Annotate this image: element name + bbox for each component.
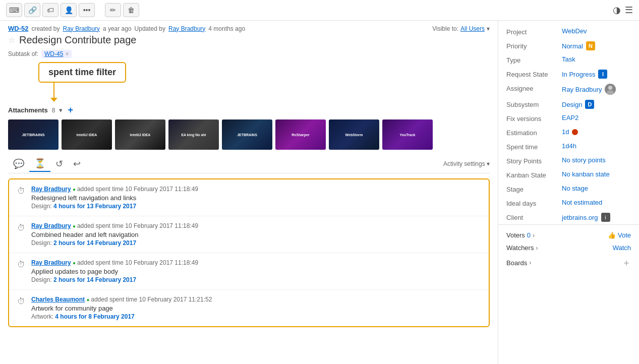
stage-link[interactable]: No stage [562,185,588,192]
sidebar-label-ideal-days: Ideal days [506,199,562,207]
activity-user-2[interactable]: Ray Bradbury [31,222,71,229]
thumbnail-3[interactable]: IntelliJ IDEA [115,119,165,150]
sidebar-value-request-state: In Progress I [562,70,631,79]
sidebar-row-assignee[interactable]: Assignee Ray Bradbury [498,81,639,97]
thumbnail-4[interactable]: EA king No ahi [168,119,219,150]
activity-hours-1: 4 hours for 13 February 2017 [53,203,136,210]
sidebar-row-kanban-state[interactable]: Kanban State No kanban state [498,168,639,182]
toolbar-right: ◑ ☰ [613,5,633,16]
sidebar-label-kanban-state: Kanban State [506,170,562,179]
menu-button[interactable]: ☰ [625,5,633,16]
activity-item: ⏱ Ray Bradbury ● added spent time 10 Feb… [9,253,489,290]
voters-left[interactable]: Voters 0 › [506,231,604,239]
activity-dot-3: ● [73,260,77,266]
tab-comment[interactable]: 💬 [8,156,29,171]
watchers-left[interactable]: Watchers › [506,244,609,252]
activity-user-3[interactable]: Ray Bradbury [31,259,71,266]
visibility-value[interactable]: All Users [460,25,485,32]
sidebar-row-client[interactable]: Client jetbrains.org i [498,210,639,224]
main-layout: WD-52 created by Ray Bradbury a year ago… [0,21,639,364]
updated-by[interactable]: Ray Bradbury [168,25,205,32]
callout-container: spent time filter [8,62,490,85]
sidebar-row-story-points[interactable]: Story Points No story points [498,154,639,168]
sidebar-row-fix-versions[interactable]: Fix versions EAP2 [498,111,639,126]
more-button[interactable]: ••• [79,3,95,17]
sidebar-value-stage: No stage [562,185,631,192]
link-button[interactable]: 🔗 [24,3,40,17]
thumbnail-5[interactable]: JETBRAINS [222,119,272,150]
priority-link[interactable]: Normal [562,42,583,50]
delete-icon: 🗑 [128,6,135,14]
client-link[interactable]: jetbrains.org [562,214,598,221]
assignee-link[interactable]: Ray Bradbury [562,86,602,93]
activity-item: ⏱ Ray Bradbury ● added spent time 10 Feb… [9,179,489,216]
sidebar-row-spent-time[interactable]: Spent time 1d4h [498,140,639,154]
client-info-icon: i [601,213,610,222]
activity-item: ⏱ Ray Bradbury ● added spent time 10 Feb… [9,216,489,253]
watchers-row: Watchers › Watch [506,241,631,254]
kanban-state-link[interactable]: No kanban state [562,170,610,178]
sidebar-label-stage: Stage [506,185,562,193]
thumbnail-8[interactable]: YouTrack [382,119,433,150]
sidebar-row-project[interactable]: Project WebDev [498,25,639,39]
type-link[interactable]: Task [562,55,575,63]
activity-desc-1: Redesigned left navigation and links [31,194,482,202]
sidebar-value-priority: Normal N [562,41,631,50]
voters-chevron: › [533,232,535,239]
subtask-id-link[interactable]: WD-45 [44,50,63,57]
sidebar-label-assignee: Assignee [506,84,562,92]
subtask-close-button[interactable]: × [65,50,69,57]
spent-time-link[interactable]: 1d4h [562,142,576,150]
activity-action-2: added spent time 10 February 2017 11:18:… [77,222,198,229]
subsystem-link[interactable]: Design [562,101,582,108]
sidebar-value-type: Task [562,55,631,63]
thumbnail-1[interactable]: JETBRAINS [8,119,59,150]
menu-icon: ☰ [625,5,633,15]
request-state-link[interactable]: In Progress [562,71,595,78]
thumbnail-6[interactable]: ReSharper [275,119,326,150]
thumbnail-2[interactable]: IntelliJ IDEA [62,119,112,150]
tab-time[interactable]: ⏳ [29,156,50,172]
boards-add-button[interactable]: ＋ [622,257,631,269]
issue-id[interactable]: WD-52 [8,25,28,32]
sidebar-row-priority[interactable]: Priority Normal N [498,39,639,53]
project-link[interactable]: WebDev [562,27,587,35]
sidebar-value-story-points: No story points [562,156,631,164]
story-points-link[interactable]: No story points [562,156,606,164]
estimation-link[interactable]: 1d [562,128,569,136]
sidebar-row-ideal-days[interactable]: Ideal days Not estimated [498,196,639,210]
ideal-days-link[interactable]: Not estimated [562,199,602,206]
watch-button[interactable]: Watch [613,244,631,252]
sidebar-row-estimation[interactable]: Estimation 1d [498,126,639,140]
activity-settings[interactable]: Activity settings ▾ [443,160,490,167]
attachments-toggle[interactable]: ▾ [59,106,63,114]
terminal-button[interactable]: ⌨ [6,3,22,17]
activity-dot-1: ● [73,187,77,192]
tab-refresh[interactable]: ↺ [50,156,68,171]
edit-button[interactable]: ✏ [105,3,121,17]
sidebar-row-type[interactable]: Type Task [498,53,639,67]
vote-label: Vote [618,231,631,239]
star-button[interactable]: ☆ [8,35,15,45]
tab-undo[interactable]: ↩ [68,156,86,171]
created-by[interactable]: Ray Bradbury [63,25,100,32]
user-button[interactable]: 👤 [61,3,77,17]
sidebar-row-request-state[interactable]: Request State In Progress I [498,67,639,81]
sidebar-row-stage[interactable]: Stage No stage [498,182,639,196]
vote-button[interactable]: 👍 Vote [608,231,631,239]
thumbnail-7[interactable]: WebStorm [329,119,379,150]
voters-count: 0 [527,231,531,239]
tag-button[interactable]: 🏷 [42,3,59,17]
callout-arrow [53,83,54,98]
boards-left[interactable]: Boards › [506,259,618,267]
visibility-label: Visible to: [432,25,458,32]
attachments-add-button[interactable]: + [68,105,73,115]
contrast-button[interactable]: ◑ [613,5,621,16]
sidebar-row-subsystem[interactable]: Subsystem Design D [498,97,639,111]
link-icon: 🔗 [28,6,37,14]
delete-button[interactable]: 🗑 [123,3,139,17]
activity-user-4[interactable]: Charles Beaumont [31,296,85,303]
activity-action-4: added spent time 10 February 2017 11:21:… [91,296,212,303]
fix-versions-link[interactable]: EAP2 [562,114,578,122]
activity-user-1[interactable]: Ray Bradbury [31,186,71,193]
